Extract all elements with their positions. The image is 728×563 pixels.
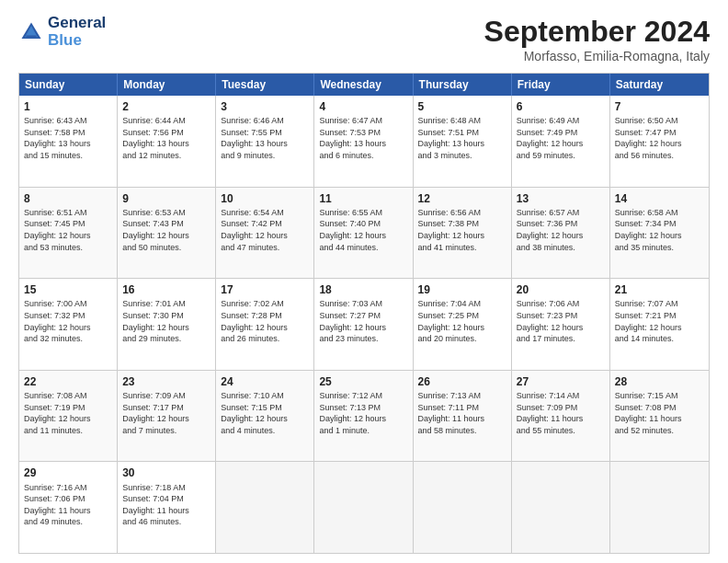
cell-info-line: Sunrise: 6:43 AM (24, 115, 112, 127)
cell-info-line: Daylight: 11 hours (24, 505, 112, 517)
cell-info-line: Daylight: 12 hours (517, 322, 605, 334)
cell-info-line: Daylight: 12 hours (615, 138, 704, 150)
cell-info-line: and 23 minutes. (319, 333, 407, 345)
calendar-cell-day-18: 18Sunrise: 7:03 AMSunset: 7:27 PMDayligh… (314, 279, 413, 370)
cell-info-line: Daylight: 13 hours (319, 138, 407, 150)
cell-info-line: Sunrise: 7:06 AM (517, 298, 605, 310)
calendar-cell-empty (216, 462, 314, 553)
cell-info-line: Daylight: 12 hours (615, 322, 704, 334)
cell-info-line: Sunset: 7:58 PM (24, 127, 112, 139)
day-number: 30 (122, 465, 210, 480)
day-number: 17 (221, 282, 309, 297)
day-number: 1 (24, 99, 112, 114)
calendar-cell-day-16: 16Sunrise: 7:01 AMSunset: 7:30 PMDayligh… (118, 279, 216, 370)
calendar-week-3: 15Sunrise: 7:00 AMSunset: 7:32 PMDayligh… (19, 278, 709, 370)
day-number: 4 (319, 99, 407, 114)
cell-info-line: Sunrise: 6:56 AM (418, 207, 506, 219)
cell-info-line: Sunset: 7:34 PM (615, 218, 704, 230)
calendar-cell-day-22: 22Sunrise: 7:08 AMSunset: 7:19 PMDayligh… (19, 371, 118, 462)
day-number: 9 (122, 191, 210, 206)
calendar-cell-day-4: 4Sunrise: 6:47 AMSunset: 7:53 PMDaylight… (314, 96, 413, 187)
cell-info-line: Sunrise: 6:58 AM (615, 207, 704, 219)
cell-info-line: Daylight: 11 hours (122, 505, 210, 517)
day-number: 12 (418, 191, 506, 206)
cell-info-line: Sunset: 7:55 PM (221, 127, 309, 139)
cell-info-line: and 6 minutes. (319, 150, 407, 162)
calendar-cell-empty (610, 462, 709, 553)
month-title: September 2024 (484, 15, 710, 49)
cell-info-line: Daylight: 12 hours (122, 230, 210, 242)
cell-info-line: Sunrise: 6:50 AM (615, 115, 704, 127)
cell-info-line: Daylight: 12 hours (319, 230, 407, 242)
calendar: SundayMondayTuesdayWednesdayThursdayFrid… (18, 73, 710, 554)
cell-info-line: Sunrise: 7:12 AM (319, 390, 407, 402)
calendar-week-2: 8Sunrise: 6:51 AMSunset: 7:45 PMDaylight… (19, 187, 709, 279)
logo-icon (18, 19, 44, 45)
cell-info-line: Daylight: 11 hours (517, 413, 605, 425)
cell-info-line: and 47 minutes. (221, 242, 309, 254)
calendar-cell-day-7: 7Sunrise: 6:50 AMSunset: 7:47 PMDaylight… (610, 96, 709, 187)
calendar-cell-day-29: 29Sunrise: 7:16 AMSunset: 7:06 PMDayligh… (19, 462, 118, 553)
cell-info-line: Daylight: 12 hours (319, 413, 407, 425)
cell-info-line: Daylight: 12 hours (24, 230, 112, 242)
cell-info-line: Daylight: 13 hours (24, 138, 112, 150)
day-number: 28 (615, 374, 704, 389)
title-block: September 2024 Morfasso, Emilia-Romagna,… (484, 15, 710, 63)
cell-info-line: Sunrise: 7:04 AM (418, 298, 506, 310)
cell-info-line: and 38 minutes. (517, 242, 605, 254)
cell-info-line: and 12 minutes. (122, 150, 210, 162)
cell-info-line: Sunrise: 6:54 AM (221, 207, 309, 219)
cell-info-line: Daylight: 13 hours (418, 138, 506, 150)
cell-info-line: Daylight: 12 hours (517, 138, 605, 150)
cell-info-line: Sunset: 7:09 PM (517, 402, 605, 414)
cell-info-line: Daylight: 13 hours (221, 138, 309, 150)
calendar-cell-day-25: 25Sunrise: 7:12 AMSunset: 7:13 PMDayligh… (314, 371, 413, 462)
cell-info-line: Sunset: 7:11 PM (418, 402, 506, 414)
cell-info-line: Sunrise: 7:15 AM (615, 390, 704, 402)
cell-info-line: Daylight: 12 hours (122, 413, 210, 425)
cell-info-line: Daylight: 12 hours (221, 322, 309, 334)
cell-info-line: and 4 minutes. (221, 425, 309, 437)
cell-info-line: Sunrise: 6:48 AM (418, 115, 506, 127)
cell-info-line: Sunrise: 7:00 AM (24, 298, 112, 310)
cell-info-line: Sunset: 7:15 PM (221, 402, 309, 414)
cell-info-line: Sunset: 7:42 PM (221, 218, 309, 230)
day-number: 11 (319, 191, 407, 206)
cell-info-line: and 9 minutes. (221, 150, 309, 162)
day-number: 2 (122, 99, 210, 114)
cell-info-line: Daylight: 12 hours (517, 230, 605, 242)
cell-info-line: Sunset: 7:30 PM (122, 310, 210, 322)
cell-info-line: Sunset: 7:04 PM (122, 493, 210, 505)
header-day-saturday: Saturday (610, 74, 709, 96)
cell-info-line: Sunrise: 6:53 AM (122, 207, 210, 219)
svg-rect-2 (26, 35, 36, 37)
day-number: 7 (615, 99, 704, 114)
cell-info-line: Sunset: 7:32 PM (24, 310, 112, 322)
cell-info-line: Sunset: 7:51 PM (418, 127, 506, 139)
logo: General Blue (18, 15, 106, 49)
header-day-wednesday: Wednesday (314, 74, 413, 96)
cell-info-line: and 56 minutes. (615, 150, 704, 162)
calendar-week-5: 29Sunrise: 7:16 AMSunset: 7:06 PMDayligh… (19, 461, 709, 553)
day-number: 16 (122, 282, 210, 297)
calendar-cell-day-30: 30Sunrise: 7:18 AMSunset: 7:04 PMDayligh… (118, 462, 216, 553)
cell-info-line: Sunrise: 7:13 AM (418, 390, 506, 402)
cell-info-line: Sunset: 7:27 PM (319, 310, 407, 322)
calendar-cell-day-11: 11Sunrise: 6:55 AMSunset: 7:40 PMDayligh… (314, 188, 413, 279)
day-number: 10 (221, 191, 309, 206)
calendar-cell-day-15: 15Sunrise: 7:00 AMSunset: 7:32 PMDayligh… (19, 279, 118, 370)
cell-info-line: and 35 minutes. (615, 242, 704, 254)
cell-info-line: Daylight: 11 hours (615, 413, 704, 425)
cell-info-line: Sunrise: 6:51 AM (24, 207, 112, 219)
day-number: 6 (517, 99, 605, 114)
cell-info-line: and 15 minutes. (24, 150, 112, 162)
calendar-cell-day-23: 23Sunrise: 7:09 AMSunset: 7:17 PMDayligh… (118, 371, 216, 462)
header: General Blue September 2024 Morfasso, Em… (18, 15, 710, 63)
cell-info-line: Sunrise: 7:14 AM (517, 390, 605, 402)
day-number: 5 (418, 99, 506, 114)
cell-info-line: Sunrise: 7:07 AM (615, 298, 704, 310)
cell-info-line: Daylight: 13 hours (122, 138, 210, 150)
cell-info-line: and 7 minutes. (122, 425, 210, 437)
day-number: 26 (418, 374, 506, 389)
cell-info-line: Daylight: 12 hours (221, 230, 309, 242)
